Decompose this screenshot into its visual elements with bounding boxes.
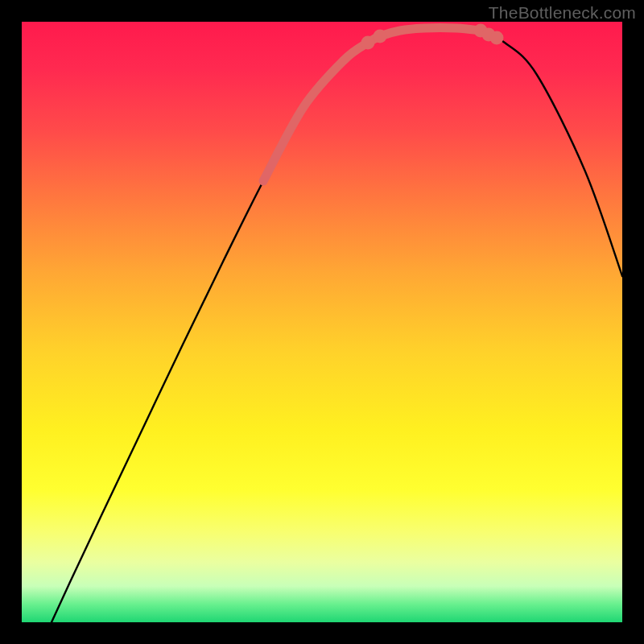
curve-svg xyxy=(22,22,622,622)
highlight-dot xyxy=(374,30,387,43)
highlight-dot xyxy=(361,36,375,50)
highlight-dot xyxy=(490,31,504,45)
watermark-text: TheBottleneck.com xyxy=(489,3,636,23)
plot-area xyxy=(22,22,622,622)
bottleneck-curve xyxy=(52,28,622,622)
chart-frame: TheBottleneck.com xyxy=(0,0,644,644)
highlight-segment xyxy=(263,28,481,181)
